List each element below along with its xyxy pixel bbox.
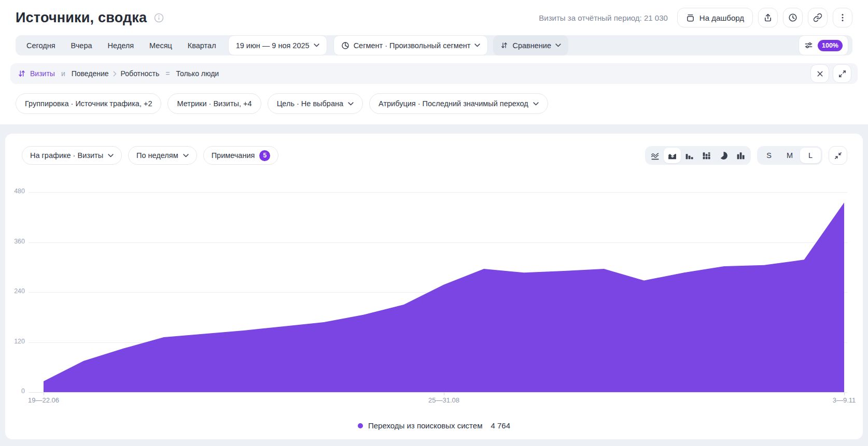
filter-and-separator: и [61, 69, 65, 78]
segment-pie-icon [341, 41, 349, 50]
legend-dot [358, 423, 363, 428]
attribution-value: Атрибуция · Последний значимый переход [379, 99, 528, 108]
chart-card: На графике · Визиты По неделям Примечани… [5, 134, 863, 439]
expand-filter-button[interactable] [833, 64, 851, 83]
date-range-value: 19 июн — 9 ноя 2025 [236, 41, 310, 50]
compare-selector[interactable]: Сравнение [493, 35, 568, 55]
area-chart-icon [667, 151, 677, 161]
chart-type-switcher [645, 146, 751, 165]
collapse-icon [834, 152, 842, 160]
x-axis-label: 19—22.06 [28, 396, 59, 404]
chevron-down-icon [183, 154, 189, 157]
page-title: Источники, сводка [16, 10, 147, 26]
size-s-button[interactable]: S [759, 148, 779, 163]
notes-button[interactable]: Примечания 5 [203, 146, 279, 165]
legend-series-total: 4 764 [491, 421, 510, 430]
period-toolbar: Сегодня Вчера Неделя Месяц Квартал 19 ию… [16, 35, 852, 55]
filter-value-humans-only[interactable]: Только люди [176, 69, 219, 78]
chart-type-area-button[interactable] [664, 148, 681, 163]
y-axis-label: 120 [5, 338, 25, 345]
x-axis-tick [844, 393, 845, 395]
x-axis-label: 3—9.11 [833, 396, 856, 404]
report-settings-row: Группировка · Источник трафика, +2 Метри… [0, 84, 868, 114]
visits-summary: Визиты за отчётный период: 21 030 [539, 13, 668, 22]
chevron-right-icon [113, 71, 117, 77]
filter-actions [810, 64, 851, 83]
y-axis-label: 360 [5, 238, 25, 245]
chevron-down-icon [555, 44, 561, 47]
header: Источники, сводка Визиты за отчётный пер… [0, 0, 868, 35]
segment-selector[interactable]: Сегмент · Произвольный сегмент [333, 35, 488, 55]
tab-yesterday[interactable]: Вчера [63, 41, 100, 50]
chevron-down-icon [533, 102, 539, 106]
goal-selector[interactable]: Цель · Не выбрана [268, 93, 363, 114]
donut-chart-icon [719, 151, 729, 161]
expand-icon [838, 70, 846, 78]
collapse-chart-button[interactable] [829, 146, 847, 165]
more-menu-button[interactable] [833, 8, 852, 27]
chevron-down-icon [314, 44, 319, 47]
compare-label: Сравнение [512, 41, 551, 50]
sampling-settings-button[interactable]: 100% [799, 35, 848, 55]
stacked-bar-chart-icon [702, 151, 711, 161]
chart-legend: Переходы из поисковых систем 4 764 [5, 421, 863, 430]
copy-link-button[interactable] [808, 8, 828, 27]
on-chart-metric-selector[interactable]: На графике · Визиты [22, 146, 122, 165]
chart-type-line-button[interactable] [647, 148, 664, 163]
area-series-shape [44, 203, 844, 392]
column-chart-icon [736, 151, 746, 161]
x-axis-label: 25—31.08 [428, 396, 459, 404]
export-button[interactable] [758, 8, 778, 27]
more-icon [838, 13, 847, 22]
tab-month[interactable]: Месяц [142, 41, 180, 50]
x-axis-tick [444, 393, 444, 395]
chart-size-switcher: S M L [757, 146, 822, 165]
y-axis-label: 240 [5, 287, 25, 295]
grouping-value: Группировка · Источник трафика, +2 [25, 99, 152, 108]
chevron-down-icon [348, 102, 354, 106]
filter-path-robotness[interactable]: Роботность [121, 69, 160, 78]
visits-metric-icon [18, 69, 26, 78]
tab-today[interactable]: Сегодня [19, 41, 63, 50]
chart-view-controls: S M L [645, 146, 847, 165]
sliders-icon [804, 41, 813, 50]
chart-type-stacked-bars-button[interactable] [698, 148, 715, 163]
date-range-picker[interactable]: 19 июн — 9 ноя 2025 [228, 35, 327, 55]
grouping-selector[interactable]: Группировка · Источник трафика, +2 [16, 93, 161, 114]
area-chart[interactable]: 012024036048019—22.0625—31.083—9.11 [5, 192, 863, 413]
sampling-badge: 100% [818, 40, 843, 51]
clear-filter-button[interactable] [810, 64, 829, 83]
info-icon-glyph [154, 13, 164, 23]
metrica-sources-summary-page: Источники, сводка Визиты за отчётный пер… [0, 0, 868, 446]
legend-series-label[interactable]: Переходы из поисковых систем [368, 421, 483, 430]
chevron-down-icon [474, 44, 480, 47]
to-dashboard-label: На дашборд [699, 13, 744, 22]
filter-metric-visits[interactable]: Визиты [30, 69, 55, 78]
history-button[interactable] [783, 8, 803, 27]
metrics-value: Метрики · Визиты, +4 [177, 99, 251, 108]
tab-week[interactable]: Неделя [100, 41, 142, 50]
segment-filter-bar: Визиты и Поведение Роботность = Только л… [10, 63, 858, 84]
chevron-down-icon [108, 154, 114, 157]
bar-chart-icon [684, 151, 694, 161]
period-grouping-value: По неделям [136, 151, 178, 160]
filter-path-behavior[interactable]: Поведение [72, 69, 109, 78]
chart-type-bars-button[interactable] [681, 148, 698, 163]
dashboard-icon [686, 13, 695, 22]
chart-controls: На графике · Визиты По неделям Примечани… [5, 134, 863, 165]
chart-type-columns-button[interactable] [732, 148, 749, 163]
tab-quarter[interactable]: Квартал [180, 41, 224, 50]
to-dashboard-button[interactable]: На дашборд [677, 8, 753, 27]
metrics-selector[interactable]: Метрики · Визиты, +4 [167, 93, 261, 114]
history-icon [788, 13, 797, 22]
on-chart-metric-value: На графике · Визиты [30, 151, 103, 160]
filter-equals: = [165, 69, 170, 78]
chart-type-donut-button[interactable] [715, 148, 732, 163]
x-axis-tick [44, 393, 44, 395]
notes-count-badge: 5 [259, 150, 270, 161]
info-icon[interactable] [154, 13, 164, 23]
size-m-button[interactable]: M [779, 148, 800, 163]
period-grouping-selector[interactable]: По неделям [128, 146, 197, 165]
size-l-button[interactable]: L [800, 148, 821, 163]
attribution-selector[interactable]: Атрибуция · Последний значимый переход [369, 93, 548, 114]
